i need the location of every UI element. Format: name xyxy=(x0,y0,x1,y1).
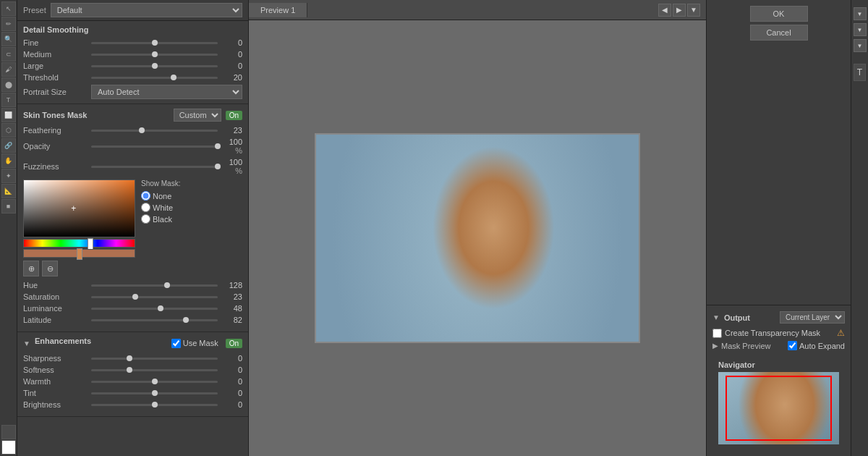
show-mask-white-radio[interactable] xyxy=(141,203,150,212)
warmth-track[interactable] xyxy=(91,381,218,383)
saturation-track[interactable] xyxy=(91,296,218,298)
softness-track[interactable] xyxy=(91,369,218,371)
right-dropdown-2[interactable]: ▼ xyxy=(854,23,867,36)
tool-text[interactable]: T xyxy=(1,93,16,107)
medium-thumb[interactable] xyxy=(152,51,158,57)
tool-square[interactable]: ■ xyxy=(1,199,16,214)
feathering-thumb[interactable] xyxy=(139,127,145,133)
tool-bucket[interactable]: ⬤ xyxy=(1,77,16,92)
right-dropdowns: ▼ ▼ ▼ xyxy=(851,1,869,58)
portrait-svg xyxy=(316,135,640,343)
sharpness-track[interactable] xyxy=(91,358,218,360)
hue-slider-thumb[interactable] xyxy=(164,282,170,288)
tool-measure[interactable]: 📐 xyxy=(1,184,16,198)
show-mask-white-option[interactable]: White xyxy=(141,203,180,212)
sharpness-value: 0 xyxy=(221,354,242,363)
softness-thumb[interactable] xyxy=(127,367,132,373)
use-mask-checkbox[interactable] xyxy=(171,339,181,348)
warmth-thumb[interactable] xyxy=(152,379,158,384)
output-label: Output xyxy=(724,313,750,322)
hue-thumb[interactable] xyxy=(88,238,93,250)
tint-track[interactable] xyxy=(91,392,218,394)
luminance-track[interactable] xyxy=(91,308,218,310)
tool-pen[interactable]: ✏ xyxy=(1,17,16,31)
right-dropdown-1[interactable]: ▼ xyxy=(854,7,867,20)
latitude-label: Latitude xyxy=(23,316,88,324)
skin-tones-mode-select[interactable]: Custom xyxy=(174,109,221,122)
tool-color-bg[interactable] xyxy=(1,440,16,455)
tool-shape[interactable]: ⬡ xyxy=(1,123,16,138)
brightness-thumb[interactable] xyxy=(152,402,158,408)
fine-track[interactable] xyxy=(91,42,218,44)
svg-point-7 xyxy=(492,248,509,274)
latitude-track[interactable] xyxy=(91,319,218,321)
large-thumb[interactable] xyxy=(152,63,158,69)
auto-expand-check[interactable]: Auto Expand xyxy=(788,341,845,350)
luminance-slider-row: Luminance 48 xyxy=(23,304,242,313)
use-mask-checkbox-row[interactable]: Use Mask xyxy=(171,339,218,348)
saturation-thumb[interactable] xyxy=(132,294,138,300)
right-dropdown-3[interactable]: ▼ xyxy=(854,39,867,52)
sharpness-label: Sharpness xyxy=(23,354,88,363)
tool-color-fg[interactable] xyxy=(1,425,16,439)
show-mask-none-option[interactable]: None xyxy=(141,191,180,200)
show-mask-none-radio[interactable] xyxy=(141,191,150,200)
show-mask-black-option[interactable]: Black xyxy=(141,214,180,224)
sharpness-thumb[interactable] xyxy=(127,355,132,361)
luminance-thumb[interactable] xyxy=(158,305,163,311)
fine-value: 0 xyxy=(221,38,242,47)
threshold-thumb[interactable] xyxy=(171,75,176,80)
portrait-size-select[interactable]: Auto Detect Custom xyxy=(91,85,242,99)
opacity-thumb[interactable] xyxy=(215,143,221,149)
ok-button[interactable]: OK xyxy=(750,6,808,22)
nav-menu-button[interactable]: ▼ xyxy=(687,4,700,17)
eyedropper-button[interactable]: ⊕ xyxy=(23,261,39,276)
hue-slider-track[interactable] xyxy=(91,284,218,287)
nav-next-button[interactable]: ▶ xyxy=(673,4,686,17)
fuzziness-track[interactable] xyxy=(91,166,218,168)
feathering-value: 23 xyxy=(221,126,242,135)
tool-hand[interactable]: ✋ xyxy=(1,153,16,168)
transparency-checkbox[interactable] xyxy=(712,329,722,338)
warmth-label: Warmth xyxy=(23,377,88,386)
threshold-track[interactable] xyxy=(91,77,218,79)
color-gradient[interactable]: + xyxy=(23,180,135,237)
opacity-track[interactable] xyxy=(91,145,218,148)
hue-bar[interactable] xyxy=(23,239,135,248)
preview-tab[interactable]: Preview 1 xyxy=(249,3,307,17)
output-mode-select[interactable]: Current Layer xyxy=(780,311,845,324)
transparency-label: Create Transparency Mask xyxy=(725,329,820,337)
swatch-bar[interactable] xyxy=(23,249,135,258)
show-mask-black-radio[interactable] xyxy=(141,214,150,224)
large-value: 0 xyxy=(221,62,242,70)
enhancements-header: ▼ Enhancements Use Mask On xyxy=(23,337,242,350)
right-text-tool-icon[interactable]: T xyxy=(854,64,866,81)
medium-track[interactable] xyxy=(91,54,218,56)
latitude-thumb[interactable] xyxy=(183,317,189,323)
nav-prev-button[interactable]: ◀ xyxy=(658,4,671,17)
brightness-track[interactable] xyxy=(91,404,218,406)
fuzziness-thumb[interactable] xyxy=(215,164,221,169)
swatch-thumb[interactable] xyxy=(77,248,82,260)
svg-point-5 xyxy=(520,229,546,243)
tool-zoom[interactable]: 🔍 xyxy=(1,32,16,46)
eyedropper-minus-button[interactable]: ⊖ xyxy=(42,261,58,276)
tool-magic[interactable]: ✦ xyxy=(1,169,16,183)
auto-expand-checkbox[interactable] xyxy=(788,341,797,350)
fuzziness-slider-row: Fuzziness 100 % xyxy=(23,158,242,175)
feathering-track[interactable] xyxy=(91,130,218,132)
tint-thumb[interactable] xyxy=(152,390,158,396)
skin-tones-on-button[interactable]: On xyxy=(226,111,242,120)
preset-select[interactable]: Default xyxy=(51,3,242,17)
fine-thumb[interactable] xyxy=(152,40,158,46)
tool-link[interactable]: 🔗 xyxy=(1,138,16,153)
tool-arrow[interactable]: ↖ xyxy=(1,1,16,16)
warmth-slider-row: Warmth 0 xyxy=(23,377,242,386)
opacity-slider-row: Opacity 100 % xyxy=(23,138,242,155)
tool-lasso[interactable]: ⊂ xyxy=(1,47,16,62)
large-track[interactable] xyxy=(91,65,218,67)
enhancements-on-button[interactable]: On xyxy=(226,339,242,348)
tool-rect[interactable]: ⬜ xyxy=(1,108,16,122)
cancel-button[interactable]: Cancel xyxy=(750,25,808,41)
tool-brush[interactable]: 🖌 xyxy=(1,62,16,77)
